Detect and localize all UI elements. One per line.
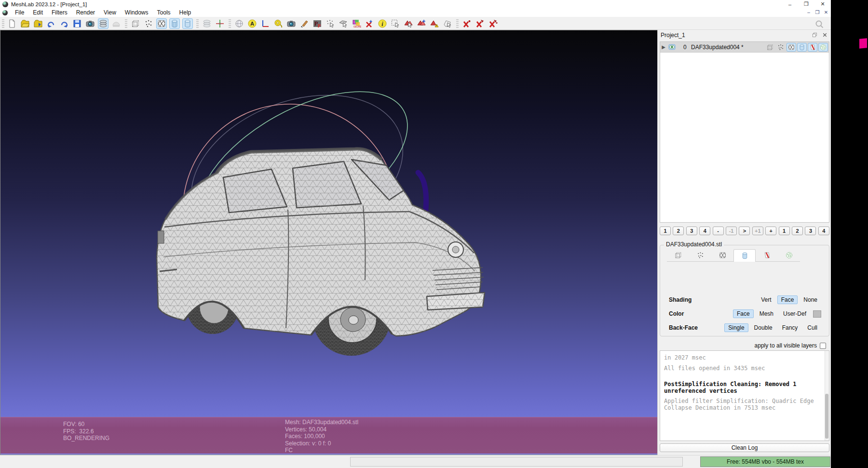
backface-double-option[interactable]: Double bbox=[750, 323, 776, 332]
mdi-restore-button[interactable]: ❐ bbox=[814, 10, 820, 15]
viewport-3d[interactable]: FOV: 60 FPS: 322.6 BO_RENDERING Mesh: DA… bbox=[0, 30, 657, 455]
layer-texture-icon[interactable] bbox=[818, 43, 828, 52]
mdi-minimize-button[interactable]: – bbox=[806, 10, 812, 15]
wireframe-icon[interactable] bbox=[156, 18, 167, 29]
mdi-close-button[interactable]: ✕ bbox=[823, 10, 829, 15]
copy-viewpoint-icon[interactable] bbox=[286, 18, 297, 29]
layer-faceculling-icon[interactable] bbox=[808, 43, 817, 52]
new-project-icon[interactable] bbox=[7, 18, 17, 29]
select-faces-red-icon[interactable] bbox=[403, 18, 414, 29]
delete-vertices-icon[interactable] bbox=[461, 18, 472, 29]
snapshot-icon[interactable] bbox=[85, 18, 95, 29]
toolbar-grip[interactable] bbox=[2, 19, 4, 28]
menu-file[interactable]: File bbox=[11, 8, 28, 17]
select-vertices-icon[interactable] bbox=[325, 18, 336, 29]
shading-none-option[interactable]: None bbox=[800, 295, 821, 304]
color-userdef-option[interactable]: User-Def bbox=[779, 309, 810, 318]
menu-render[interactable]: Render bbox=[72, 8, 99, 17]
search-icon[interactable] bbox=[814, 19, 825, 29]
backface-fancy-option[interactable]: Fancy bbox=[778, 323, 802, 332]
tab-points[interactable] bbox=[689, 249, 711, 262]
tab-faceculling[interactable] bbox=[756, 249, 778, 262]
nav-button-minus[interactable]: - bbox=[713, 227, 724, 235]
show-axes-icon[interactable] bbox=[260, 18, 271, 29]
log-scrollbar[interactable] bbox=[825, 351, 829, 441]
face-warning-icon[interactable] bbox=[429, 18, 440, 29]
tab-solid[interactable] bbox=[733, 249, 756, 262]
dock-close-icon[interactable] bbox=[822, 32, 828, 38]
bounding-box-icon[interactable] bbox=[130, 18, 141, 29]
menu-filters[interactable]: Filters bbox=[47, 8, 72, 17]
tab-bbox[interactable] bbox=[667, 249, 689, 262]
tab-texture[interactable] bbox=[778, 249, 800, 262]
info-icon[interactable] bbox=[377, 18, 388, 29]
backface-single-option[interactable]: Single bbox=[724, 323, 748, 332]
flat-shading-icon[interactable] bbox=[169, 18, 180, 29]
backface-cull-option[interactable]: Cull bbox=[803, 323, 821, 332]
poly-select-icon[interactable] bbox=[442, 18, 453, 29]
apply-all-layers-checkbox[interactable] bbox=[820, 343, 826, 349]
texture-stack-icon[interactable] bbox=[202, 18, 212, 29]
nav-button-1[interactable]: 1 bbox=[660, 227, 671, 235]
nav-button-s1[interactable]: 1 bbox=[779, 227, 790, 235]
smooth-shading-icon[interactable] bbox=[182, 18, 193, 29]
menu-tools[interactable]: Tools bbox=[153, 8, 175, 17]
shading-vert-option[interactable]: Vert bbox=[757, 295, 775, 304]
layer-wireframe-icon[interactable] bbox=[787, 43, 796, 52]
reload-icon[interactable] bbox=[46, 18, 56, 29]
save-icon[interactable] bbox=[72, 18, 82, 29]
shading-face-option[interactable]: Face bbox=[777, 295, 798, 304]
annotation-icon[interactable] bbox=[247, 18, 258, 29]
menu-help[interactable]: Help bbox=[175, 8, 196, 17]
nav-button-3[interactable]: 3 bbox=[686, 227, 697, 235]
lighting-icon[interactable] bbox=[111, 18, 122, 29]
layer-points-icon[interactable] bbox=[776, 43, 786, 52]
menu-view[interactable]: View bbox=[99, 8, 121, 17]
expand-arrow-icon[interactable]: ▶ bbox=[660, 44, 667, 50]
nav-button-play[interactable]: > bbox=[739, 227, 750, 235]
nav-button-2[interactable]: 2 bbox=[673, 227, 684, 235]
export-mesh-icon[interactable] bbox=[59, 18, 69, 29]
layer-solid-icon[interactable] bbox=[797, 43, 807, 52]
nav-button-4[interactable]: 4 bbox=[699, 227, 710, 235]
nav-button-plus[interactable]: + bbox=[765, 227, 776, 235]
select-faces-add-icon[interactable] bbox=[416, 18, 427, 29]
dock-title: Project_1 bbox=[661, 32, 685, 39]
paint-tool-icon[interactable] bbox=[299, 18, 310, 29]
shader-icon[interactable] bbox=[312, 18, 323, 29]
layer-bbox-icon[interactable] bbox=[765, 43, 775, 52]
nav-button-s3[interactable]: 3 bbox=[805, 227, 816, 235]
show-layer-dialog-icon[interactable] bbox=[98, 18, 108, 29]
color-mesh-option[interactable]: Mesh bbox=[756, 309, 777, 318]
log-scrollbar-thumb[interactable] bbox=[825, 394, 828, 439]
rect-select-icon[interactable] bbox=[390, 18, 401, 29]
delete-faces-vertices-icon[interactable] bbox=[488, 18, 498, 29]
close-button[interactable]: ✕ bbox=[814, 1, 831, 7]
userdef-color-swatch[interactable] bbox=[813, 310, 821, 318]
measure-tool-icon[interactable] bbox=[273, 18, 284, 29]
nav-button-s4[interactable]: 4 bbox=[818, 227, 829, 235]
select-faces-icon[interactable] bbox=[338, 18, 349, 29]
meshlab-logo-icon bbox=[2, 1, 8, 7]
layer-row[interactable]: ▶ 0 DAF33updated004 * bbox=[660, 42, 829, 53]
georef-icon[interactable] bbox=[351, 18, 362, 29]
gpu-memory-indicator: Free: 554MB vbo - 554MB tex bbox=[700, 456, 830, 467]
delete-faces-icon[interactable] bbox=[475, 18, 485, 29]
trackball-axes-icon[interactable] bbox=[215, 18, 225, 29]
dock-float-icon[interactable] bbox=[812, 32, 818, 38]
tab-wireframe[interactable] bbox=[711, 249, 733, 262]
select-connected-icon[interactable] bbox=[364, 18, 375, 29]
menu-edit[interactable]: Edit bbox=[28, 8, 47, 17]
zoom-fit-icon[interactable] bbox=[234, 18, 244, 29]
visibility-eye-icon[interactable] bbox=[667, 43, 677, 52]
import-mesh-icon[interactable] bbox=[33, 18, 43, 29]
nav-button-s2[interactable]: 2 bbox=[792, 227, 803, 235]
color-face-option[interactable]: Face bbox=[733, 309, 754, 318]
points-icon[interactable] bbox=[143, 18, 154, 29]
open-project-icon[interactable] bbox=[20, 18, 30, 29]
minimize-button[interactable]: – bbox=[782, 1, 798, 7]
clean-log-button[interactable]: Clean Log bbox=[660, 443, 829, 452]
mdi-child-icon[interactable] bbox=[2, 10, 8, 15]
maximize-button[interactable]: ❐ bbox=[798, 1, 814, 7]
menu-windows[interactable]: Windows bbox=[121, 8, 153, 17]
